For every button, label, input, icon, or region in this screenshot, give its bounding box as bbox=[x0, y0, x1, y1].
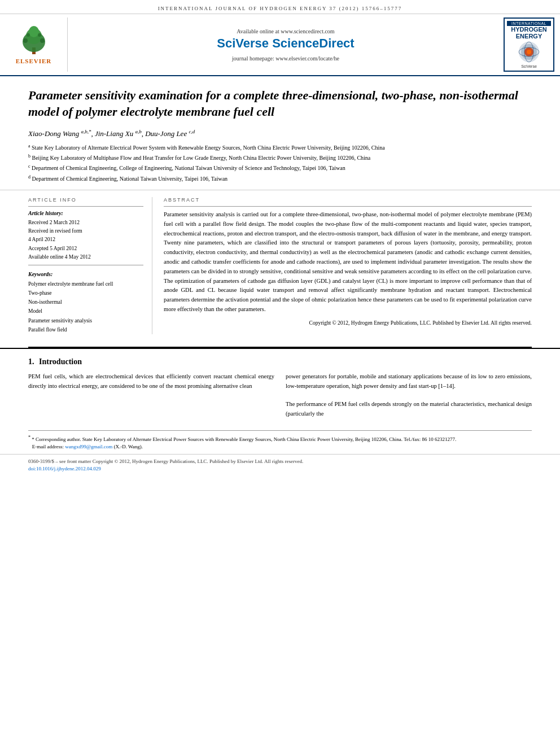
keyword-2: Two-phase bbox=[28, 289, 143, 298]
svg-point-6 bbox=[27, 33, 30, 37]
history-label: Article history: bbox=[28, 210, 143, 216]
bottom-bar: 0360-3199/$ – see front matter Copyright… bbox=[0, 454, 560, 477]
available-online-date: Available online 4 May 2012 bbox=[28, 253, 143, 261]
section-number: 1. bbox=[28, 357, 34, 366]
issn-line: 0360-3199/$ – see front matter Copyright… bbox=[28, 458, 303, 464]
title-section: Parameter sensitivity examination for a … bbox=[0, 76, 560, 190]
available-online-text: Available online at www.sciencedirect.co… bbox=[237, 28, 334, 34]
elsevier-tree-icon bbox=[14, 25, 54, 56]
journal-top-bar: INTERNATIONAL JOURNAL OF HYDROGEN ENERGY… bbox=[0, 3, 560, 14]
keyword-3: Non-isothermal bbox=[28, 298, 143, 307]
intro-section-title: 1. Introduction bbox=[28, 357, 532, 366]
h-logo-title: HYDROGENENERGY bbox=[511, 26, 547, 40]
received-date: Received 2 March 2012 bbox=[28, 219, 143, 227]
abstract-column: ABSTRACT Parameter sensitivity analysis … bbox=[164, 197, 532, 334]
intro-right-text: power generators for portable, mobile an… bbox=[286, 372, 532, 391]
h-logo-top: INTERNATIONAL bbox=[507, 21, 551, 26]
intro-right-text-2: The performance of PEM fuel cells depend… bbox=[286, 400, 532, 419]
intro-title: Introduction bbox=[39, 357, 82, 366]
h-logo-bottom: SciVerse bbox=[521, 64, 537, 68]
keyword-4: Model bbox=[28, 307, 143, 316]
keyword-5: Parameter sensitivity analysis bbox=[28, 316, 143, 325]
received-revised-label: Received in revised form bbox=[28, 227, 143, 235]
journal-homepage: journal homepage: www.elsevier.com/locat… bbox=[232, 55, 339, 62]
intro-left-col: PEM fuel cells, which are electrochemica… bbox=[28, 372, 274, 419]
footnote-section: * * Corresponding author. State Key Labo… bbox=[28, 430, 532, 451]
svg-point-4 bbox=[23, 38, 28, 43]
article-body: ARTICLE INFO Article history: Received 2… bbox=[0, 190, 560, 341]
keyword-6: Parallel flow field bbox=[28, 325, 143, 334]
doi-line: doi:10.1016/j.ijhydene.2012.04.029 bbox=[28, 466, 101, 471]
info-divider bbox=[28, 206, 143, 207]
affiliation-c: c Department of Chemical Engineering, Co… bbox=[28, 163, 532, 172]
abstract-text: Parameter sensitivity analysis is carrie… bbox=[164, 210, 532, 314]
header-content: ELSEVIER Available online at www.science… bbox=[0, 14, 560, 75]
article-info-label: ARTICLE INFO bbox=[28, 197, 143, 203]
paper-title: Parameter sensitivity examination for a … bbox=[28, 88, 532, 120]
svg-point-5 bbox=[40, 38, 45, 43]
elsevier-brand-text: ELSEVIER bbox=[16, 58, 52, 64]
copyright-text: Copyright © 2012, Hydrogen Energy Public… bbox=[164, 319, 532, 327]
hydrogen-energy-logo: INTERNATIONAL HYDROGENENERGY SciVerse bbox=[504, 18, 554, 72]
abstract-divider bbox=[164, 206, 532, 207]
svg-point-11 bbox=[527, 50, 531, 54]
intro-left-text: PEM fuel cells, which are electrochemica… bbox=[28, 372, 274, 391]
issn-text: 0360-3199/$ – see front matter Copyright… bbox=[28, 458, 532, 473]
accepted-date: Accepted 5 April 2012 bbox=[28, 244, 143, 253]
hydrogen-logo-icon bbox=[515, 41, 543, 63]
email-footnote: E-mail address: wangxd99@gmail.com (X.-D… bbox=[28, 443, 532, 451]
authors-line: Xiao-Dong Wang a,b,*, Jin-Liang Xu a,b, … bbox=[28, 128, 532, 138]
keyword-1: Polymer electrolyte membrane fuel cell bbox=[28, 279, 143, 289]
affiliations: a State Key Laboratory of Alternate Elec… bbox=[28, 143, 532, 183]
introduction-section: 1. Introduction PEM fuel cells, which ar… bbox=[0, 348, 560, 425]
article-info-abstract-columns: ARTICLE INFO Article history: Received 2… bbox=[28, 197, 532, 334]
revised-date: 4 April 2012 bbox=[28, 235, 143, 244]
sciverse-logo: SciVerse ScienceDirect bbox=[217, 36, 354, 51]
corresponding-author-footnote: * * Corresponding author. State Key Labo… bbox=[28, 434, 532, 444]
keywords-label: Keywords: bbox=[28, 271, 143, 277]
abstract-label: ABSTRACT bbox=[164, 197, 532, 203]
keywords-divider bbox=[28, 265, 143, 265]
article-info-column: ARTICLE INFO Article history: Received 2… bbox=[28, 197, 152, 334]
author-names: Xiao-Dong Wang a,b,*, Jin-Liang Xu a,b, … bbox=[28, 129, 195, 138]
email-link[interactable]: wangxd99@gmail.com bbox=[65, 444, 112, 449]
elsevier-logo: ELSEVIER bbox=[6, 18, 68, 72]
journal-volume-info: INTERNATIONAL JOURNAL OF HYDROGEN ENERGY… bbox=[158, 6, 403, 11]
star-symbol: * bbox=[28, 435, 30, 440]
header-center: Available online at www.sciencedirect.co… bbox=[73, 18, 498, 72]
affiliation-d: d Department of Chemical Engineering, Na… bbox=[28, 174, 532, 183]
intro-right-col: power generators for portable, mobile an… bbox=[286, 372, 532, 419]
affiliation-b: b Beijing Key Laboratory of Multiphase F… bbox=[28, 153, 532, 162]
affiliation-a: a State Key Laboratory of Alternate Elec… bbox=[28, 143, 532, 152]
corresponding-text: * Corresponding author. State Key Labora… bbox=[32, 436, 456, 442]
svg-point-3 bbox=[29, 26, 39, 37]
journal-header: INTERNATIONAL JOURNAL OF HYDROGEN ENERGY… bbox=[0, 0, 560, 76]
svg-point-7 bbox=[38, 33, 41, 37]
intro-columns: PEM fuel cells, which are electrochemica… bbox=[28, 372, 532, 419]
